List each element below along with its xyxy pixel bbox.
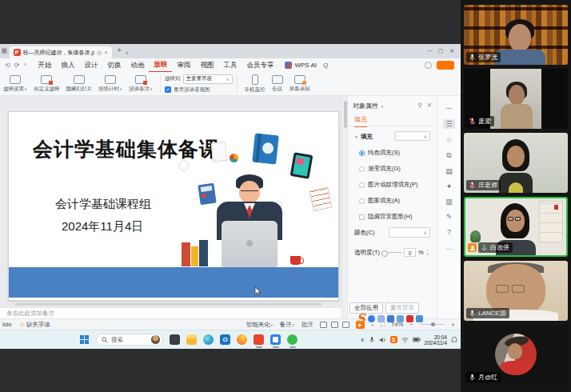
- custom-show-button[interactable]: 自定义放映: [30, 75, 63, 93]
- properties-strip-icon[interactable]: ☰: [443, 119, 454, 129]
- radio-picture-fill[interactable]: 图片或纹理填充(P): [359, 181, 418, 189]
- horizontal-scrollbar[interactable]: [14, 303, 322, 306]
- ime-skin-icon[interactable]: [406, 315, 413, 322]
- meeting-app-icon[interactable]: [270, 334, 281, 345]
- beautify-button[interactable]: 智能美化∨: [246, 321, 274, 329]
- tray-sogou-icon[interactable]: S: [390, 336, 397, 343]
- participant-tile[interactable]: LANCE源: [464, 261, 568, 321]
- tray-wifi-icon[interactable]: [401, 337, 409, 343]
- edit-strip-icon[interactable]: ✎: [446, 213, 453, 221]
- ime-mode-icon[interactable]: [368, 315, 375, 322]
- fill-preset-select[interactable]: ∨: [395, 131, 430, 141]
- notification-bell-icon[interactable]: [451, 336, 457, 343]
- file-explorer-icon[interactable]: [186, 334, 197, 345]
- radio-pattern-fill[interactable]: 图案填充(A): [359, 197, 400, 205]
- tab-close-icon[interactable]: ×: [104, 50, 107, 55]
- slide-sorter-icon[interactable]: [331, 322, 338, 328]
- more-strip-icon[interactable]: …: [445, 243, 453, 251]
- tab-design[interactable]: 设计: [79, 59, 102, 72]
- reading-view-icon[interactable]: [342, 322, 349, 328]
- screen-record-button[interactable]: 屏幕录制: [286, 75, 313, 93]
- tab-insert[interactable]: 插入: [56, 59, 79, 72]
- edge-browser-icon[interactable]: [203, 334, 214, 345]
- tab-transition[interactable]: 切换: [102, 59, 126, 72]
- panel-close-icon[interactable]: ✕: [427, 102, 432, 109]
- clipboard-strip-icon[interactable]: ⧉: [446, 151, 451, 160]
- value-stepper[interactable]: ⌃∨: [426, 250, 429, 255]
- tab-list-caret[interactable]: ∨: [126, 50, 129, 55]
- participant-tile[interactable]: 庄老师: [464, 133, 568, 193]
- fill-section-header[interactable]: ▼ 填充: [354, 133, 373, 141]
- normal-view-icon[interactable]: [320, 322, 327, 328]
- task-view-icon[interactable]: [170, 334, 180, 345]
- transparency-value[interactable]: 0: [404, 248, 416, 257]
- hide-slide-button[interactable]: 隐藏幻灯片: [63, 75, 96, 93]
- hide-background-checkbox[interactable]: 隐藏背景图形(H): [359, 213, 412, 221]
- tab-slideshow[interactable]: 放映: [149, 58, 172, 73]
- collapse-strip-icon[interactable]: ─: [446, 104, 451, 112]
- tray-mic-icon[interactable]: [369, 336, 375, 343]
- slide[interactable]: 会计学基础集体备课 会计学基础课程组 2024年11月4日: [8, 111, 339, 301]
- help-strip-icon[interactable]: ?: [447, 228, 451, 236]
- close-button[interactable]: ✕: [449, 48, 454, 54]
- zoom-slider[interactable]: [420, 324, 444, 326]
- radio-solid-fill[interactable]: 纯色填充(S): [359, 149, 400, 157]
- maximize-button[interactable]: ▢: [438, 48, 444, 54]
- vertical-scrollbar[interactable]: [341, 96, 347, 318]
- sogou-logo[interactable]: S: [357, 311, 365, 326]
- scrollbar-thumb[interactable]: [344, 101, 347, 128]
- participant-tile[interactable]: 月@红: [464, 325, 568, 385]
- wechat-icon[interactable]: [287, 334, 297, 345]
- image-strip-icon[interactable]: ▤: [445, 167, 453, 175]
- tray-volume-icon[interactable]: [379, 337, 386, 343]
- pin-icon[interactable]: ⚲: [417, 102, 422, 109]
- panel-title-caret[interactable]: ∨: [381, 104, 384, 109]
- tab-animation[interactable]: 动画: [126, 59, 149, 72]
- document-tab[interactable]: P 校—亮师纪建设，集体备课.p ◎ ×: [10, 46, 112, 58]
- minimize-button[interactable]: ─: [428, 48, 432, 54]
- participant-tile[interactable]: 张梦洸: [464, 5, 568, 65]
- meeting-button[interactable]: 会议: [269, 75, 286, 93]
- taskbar-search[interactable]: 搜索: [96, 334, 163, 346]
- transparency-slider[interactable]: [382, 252, 401, 253]
- start-button[interactable]: [80, 335, 90, 345]
- ime-mic-icon[interactable]: [387, 315, 394, 322]
- presenter-view-checkbox[interactable]: ✓ 显示演讲者视图: [165, 86, 233, 94]
- tab-tools[interactable]: 工具: [218, 59, 242, 72]
- comment-button[interactable]: 批注: [301, 321, 313, 329]
- ime-toolbox-icon[interactable]: [416, 315, 423, 322]
- favorites-strip-icon[interactable]: ☆: [445, 136, 452, 144]
- missing-font-warning[interactable]: ⚠ 缺失字体: [20, 321, 50, 329]
- notes-pane[interactable]: 单击此处添加备注: [0, 307, 341, 318]
- tab-member[interactable]: 会员专享: [242, 59, 278, 72]
- sync-status-icon[interactable]: [425, 62, 432, 69]
- ime-keyboard-icon[interactable]: [397, 315, 404, 322]
- tray-expand-icon[interactable]: ∧: [360, 337, 364, 343]
- wps-ai-button[interactable]: WPS AI: [285, 62, 317, 69]
- show-settings-button[interactable]: 放映设置∨: [0, 75, 30, 93]
- notes-toggle-button[interactable]: 备注∨: [280, 321, 295, 329]
- animation-strip-icon[interactable]: ✦: [446, 182, 453, 190]
- zoom-in-button[interactable]: ＋: [450, 321, 457, 329]
- redo-icon[interactable]: ⟳: [14, 62, 20, 69]
- reading-strip-icon[interactable]: ▥: [445, 198, 453, 206]
- rehearse-button[interactable]: 排练计时∨: [95, 75, 126, 93]
- new-tab-button[interactable]: ＋: [116, 45, 123, 55]
- quick-access-caret[interactable]: ∨: [23, 62, 26, 69]
- tab-home[interactable]: 开始: [33, 59, 56, 72]
- firefox-icon[interactable]: [237, 334, 247, 345]
- tab-view[interactable]: 视图: [195, 59, 218, 72]
- phone-remote-button[interactable]: 手机遥控: [242, 74, 269, 94]
- taskbar-clock[interactable]: 20:042024/11/4: [425, 334, 447, 346]
- wps-office-icon[interactable]: [254, 334, 264, 345]
- outlook-icon[interactable]: O: [220, 334, 230, 345]
- undo-icon[interactable]: ⟲: [5, 62, 10, 69]
- share-button[interactable]: [437, 61, 454, 70]
- tab-review[interactable]: 审阅: [172, 59, 195, 72]
- partial-tab[interactable]: 板: [2, 47, 8, 55]
- radio-gradient-fill[interactable]: 渐变填充(G): [359, 165, 401, 173]
- display-select[interactable]: 主要显示器 ∨: [183, 74, 233, 84]
- search-icon[interactable]: Q: [323, 62, 328, 69]
- ime-pen-icon[interactable]: [377, 315, 385, 322]
- participant-tile-active-speaker[interactable]: 白改侠: [464, 197, 568, 257]
